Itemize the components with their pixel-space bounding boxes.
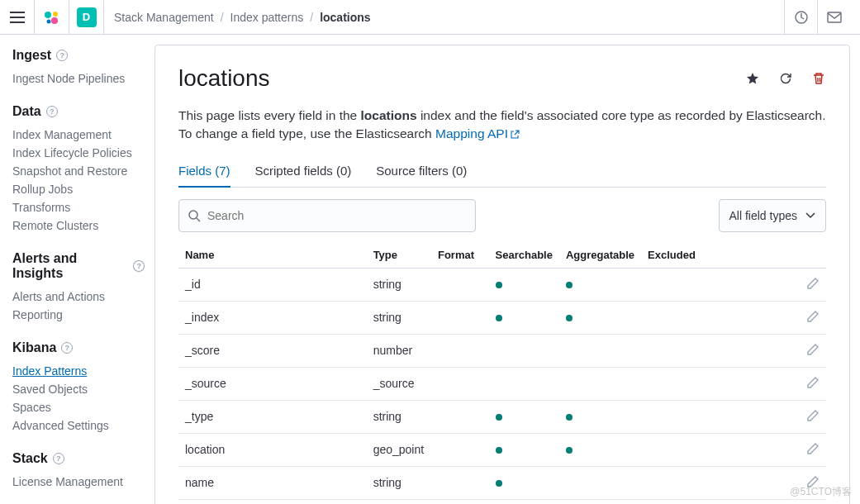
breadcrumbs: Stack Management / Index patterns / loca… [104, 11, 371, 24]
elastic-logo[interactable] [35, 0, 69, 35]
table-cell: _type [178, 400, 367, 433]
refresh-button[interactable] [778, 71, 793, 86]
set-default-button[interactable] [745, 71, 760, 86]
sidebar-item[interactable]: Index Patterns [12, 362, 145, 380]
chevron-down-icon [805, 212, 815, 219]
newsfeed-button[interactable] [784, 0, 817, 35]
tab[interactable]: Scripted fields (0) [255, 164, 352, 188]
tab[interactable]: Source filters (0) [376, 164, 467, 188]
field-type-dropdown[interactable]: All field types [719, 199, 826, 232]
help-icon[interactable]: ? [53, 453, 64, 464]
table-cell: _index [178, 301, 367, 334]
mapping-api-link[interactable]: Mapping API [435, 126, 520, 140]
help-icon[interactable]: ? [61, 342, 73, 354]
breadcrumb-item[interactable]: Index patterns [230, 11, 304, 24]
table-cell [431, 466, 489, 499]
sidebar-section: Ingest?Ingest Node Pipelines [12, 48, 145, 88]
table-cell: string [367, 301, 431, 334]
column-header[interactable]: Searchable [489, 242, 559, 269]
sidebar-item[interactable]: Transforms [12, 198, 145, 216]
breadcrumb-separator: / [221, 11, 224, 24]
svg-point-0 [45, 12, 51, 18]
edit-field-button[interactable] [806, 376, 820, 389]
sidebar-item[interactable]: Alerts and Actions [12, 288, 145, 306]
sidebar-item[interactable]: Spaces [12, 398, 145, 416]
edit-field-button[interactable] [806, 442, 820, 455]
table-cell [431, 367, 489, 400]
hamburger-icon [10, 12, 25, 23]
panel-header: locations [178, 65, 826, 92]
sidebar-item[interactable]: Remote Clusters [12, 216, 145, 235]
table-cell [794, 433, 826, 466]
sidebar-heading: Kibana? [12, 340, 145, 355]
help-icon[interactable]: ? [56, 50, 68, 61]
mail-icon [827, 12, 842, 23]
space-selector[interactable]: D [69, 0, 104, 35]
dot-icon [566, 315, 573, 321]
column-header[interactable] [794, 242, 826, 269]
column-header[interactable]: Format [431, 242, 489, 269]
help-icon[interactable]: ? [46, 106, 58, 117]
table-cell [641, 334, 794, 367]
fields-table: NameTypeFormatSearchableAggregatableExcl… [178, 242, 826, 500]
table-cell [431, 433, 489, 466]
column-header[interactable]: Name [178, 242, 367, 269]
external-link-icon [510, 129, 520, 140]
column-header[interactable]: Excluded [641, 242, 794, 269]
sidebar-item[interactable]: Index Lifecycle Policies [12, 144, 145, 162]
sidebar-section: Alerts and Insights?Alerts and ActionsRe… [12, 251, 145, 324]
search-input[interactable] [207, 209, 467, 222]
table-cell: _source [178, 367, 367, 400]
sidebar-item[interactable]: Advanced Settings [12, 416, 145, 435]
table-cell [431, 301, 489, 334]
table-cell [641, 268, 794, 301]
table-cell [794, 268, 826, 301]
delete-button[interactable] [811, 71, 826, 86]
edit-field-button[interactable] [806, 409, 820, 422]
table-cell: location [178, 433, 367, 466]
sidebar-item[interactable]: Saved Objects [12, 380, 145, 398]
sidebar-item[interactable]: Reporting [12, 306, 145, 324]
column-header[interactable]: Type [367, 242, 431, 269]
edit-field-button[interactable] [806, 310, 820, 323]
sidebar-item[interactable]: License Management [12, 473, 145, 491]
main: locations This page lists every field in… [154, 35, 860, 504]
sidebar-item[interactable]: Ingest Node Pipelines [12, 69, 145, 88]
table-cell [559, 466, 641, 499]
sidebar-section: Data?Index ManagementIndex Lifecycle Pol… [12, 104, 145, 235]
dot-icon [496, 447, 502, 454]
table-cell [641, 367, 794, 400]
layout: Ingest?Ingest Node PipelinesData?Index M… [0, 35, 860, 504]
table-row: _idstring [178, 268, 826, 301]
menu-toggle-button[interactable] [0, 0, 35, 35]
table-cell: number [367, 334, 431, 367]
search-box[interactable] [178, 199, 476, 232]
tab[interactable]: Fields (7) [178, 164, 230, 188]
index-pattern-panel: locations This page lists every field in… [154, 45, 850, 504]
edit-field-button[interactable] [806, 343, 820, 356]
sidebar-item[interactable]: Index Management [12, 126, 145, 144]
table-cell [794, 400, 826, 433]
table-cell [489, 400, 559, 433]
help-icon[interactable]: ? [133, 260, 145, 272]
toolbar: All field types [178, 199, 826, 232]
table-cell [794, 334, 826, 367]
table-cell [559, 433, 641, 466]
sidebar-heading: Alerts and Insights? [12, 251, 145, 281]
table-cell [489, 268, 559, 301]
column-header[interactable]: Aggregatable [559, 242, 641, 269]
table-cell: _score [178, 334, 367, 367]
elastic-logo-icon [43, 8, 61, 26]
dot-icon [496, 414, 502, 421]
edit-field-button[interactable] [806, 277, 820, 290]
table-cell: string [367, 400, 431, 433]
mail-button[interactable] [817, 0, 850, 35]
sidebar-section: Kibana?Index PatternsSaved ObjectsSpaces… [12, 340, 145, 435]
table-body: _idstring_indexstring_scorenumber_source… [178, 268, 826, 499]
sidebar-item[interactable]: Snapshot and Restore [12, 162, 145, 180]
sidebar-item[interactable]: Rollup Jobs [12, 180, 145, 198]
table-cell [489, 367, 559, 400]
breadcrumb-current: locations [320, 11, 370, 24]
table-cell [489, 301, 559, 334]
breadcrumb-item[interactable]: Stack Management [114, 11, 214, 24]
